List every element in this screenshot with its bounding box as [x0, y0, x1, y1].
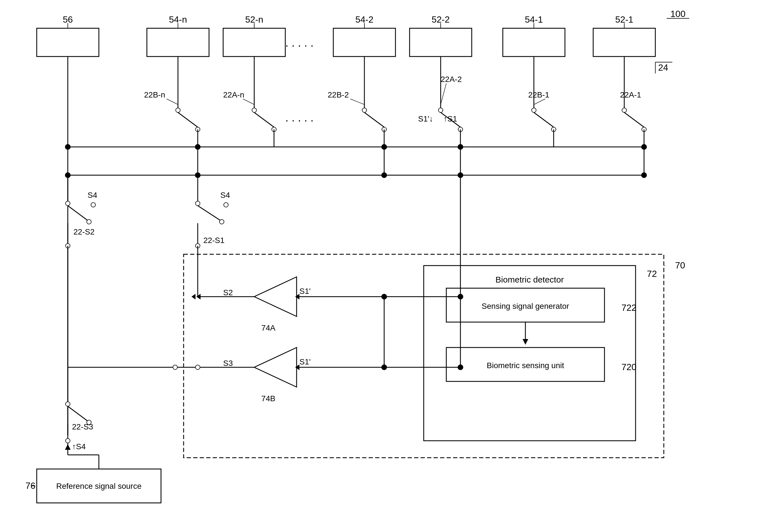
- label-s4-bottom: ↑S4: [72, 442, 86, 451]
- svg-line-109: [68, 406, 88, 421]
- svg-line-71: [68, 206, 88, 221]
- label-52-1: 52-1: [615, 15, 633, 24]
- label-24: 24: [658, 62, 668, 73]
- svg-rect-6: [593, 28, 655, 57]
- svg-point-35: [438, 108, 443, 112]
- label-s1-up: ↑S1: [444, 114, 457, 123]
- svg-rect-5: [503, 28, 565, 57]
- svg-point-98: [195, 365, 200, 370]
- svg-point-27: [252, 108, 257, 112]
- svg-point-57: [65, 144, 71, 150]
- label-720: 720: [621, 362, 636, 372]
- label-70: 70: [675, 260, 685, 270]
- svg-rect-1: [147, 28, 209, 57]
- svg-point-64: [381, 172, 387, 178]
- label-56: 56: [63, 15, 73, 24]
- svg-marker-118: [65, 444, 71, 450]
- svg-line-127: [534, 99, 545, 104]
- svg-point-43: [622, 108, 626, 112]
- svg-point-66: [641, 172, 647, 178]
- svg-point-70: [65, 201, 70, 206]
- label-s1prime-down: S1'↓: [418, 114, 433, 123]
- label-s4-left: S4: [88, 191, 97, 199]
- label-54-1: 54-1: [525, 15, 543, 24]
- svg-line-126: [441, 83, 446, 104]
- label-722: 722: [621, 303, 636, 313]
- label-54n: 54-n: [169, 15, 187, 24]
- label-sensing-signal-gen: Sensing signal generator: [482, 302, 569, 310]
- label-s1p-74a: S1': [300, 287, 311, 296]
- svg-line-125: [350, 99, 364, 104]
- diagram-container: 56 54-n 52-n . . . . . 54-2 52-2 54-1 52…: [0, 0, 759, 532]
- svg-point-68: [91, 203, 96, 207]
- svg-rect-4: [410, 28, 472, 57]
- svg-line-124: [243, 99, 254, 104]
- label-reference-signal-source: Reference signal source: [56, 482, 141, 490]
- label-s3: S3: [223, 359, 233, 368]
- svg-line-24: [178, 112, 198, 127]
- svg-point-77: [195, 201, 200, 206]
- label-22a2: 22A-2: [441, 75, 462, 84]
- circuit-diagram: 56 54-n 52-n . . . . . 54-2 52-2 54-1 52…: [0, 0, 759, 532]
- label-biometric-detector: Biometric detector: [496, 275, 564, 284]
- svg-line-123: [167, 99, 178, 104]
- label-22an: 22A-n: [223, 90, 244, 99]
- svg-point-108: [65, 402, 70, 406]
- svg-point-72: [87, 220, 91, 224]
- label-s2: S2: [223, 288, 233, 297]
- label-22bn: 22B-n: [144, 90, 165, 99]
- label-22b2: 22B-2: [328, 90, 349, 99]
- svg-point-75: [224, 203, 228, 207]
- svg-line-44: [624, 112, 644, 127]
- label-54-2: 54-2: [355, 15, 374, 24]
- svg-rect-2: [223, 28, 285, 57]
- svg-point-99: [173, 365, 178, 370]
- label-s4-mid: S4: [220, 191, 230, 199]
- label-52-2: 52-2: [432, 15, 450, 24]
- label-s1p-74b: S1': [300, 357, 311, 366]
- label-100: 100: [670, 9, 685, 19]
- svg-point-110: [87, 420, 91, 425]
- label-22a1: 22A-1: [620, 90, 641, 99]
- svg-line-78: [198, 206, 220, 221]
- svg-rect-3: [333, 28, 395, 57]
- label-biometric-sensing-unit: Biometric sensing unit: [487, 361, 564, 370]
- svg-point-131: [458, 294, 463, 300]
- dots1: . . . . .: [285, 36, 313, 49]
- dots2: . . . . .: [285, 111, 313, 124]
- svg-point-112: [65, 438, 70, 443]
- label-72: 72: [647, 269, 657, 279]
- svg-line-28: [254, 112, 274, 127]
- label-22s2: 22-S2: [73, 227, 95, 236]
- label-74a: 74A: [261, 323, 275, 332]
- label-22b1: 22B-1: [528, 90, 549, 99]
- label-74b: 74B: [261, 394, 275, 403]
- label-22s1: 22-S1: [203, 236, 224, 245]
- svg-line-32: [364, 112, 384, 127]
- svg-line-40: [534, 112, 554, 127]
- svg-point-79: [220, 220, 224, 224]
- svg-point-39: [532, 108, 536, 112]
- svg-rect-0: [37, 28, 99, 57]
- svg-point-23: [176, 108, 180, 112]
- svg-point-31: [362, 108, 367, 112]
- label-52n: 52-n: [245, 15, 263, 24]
